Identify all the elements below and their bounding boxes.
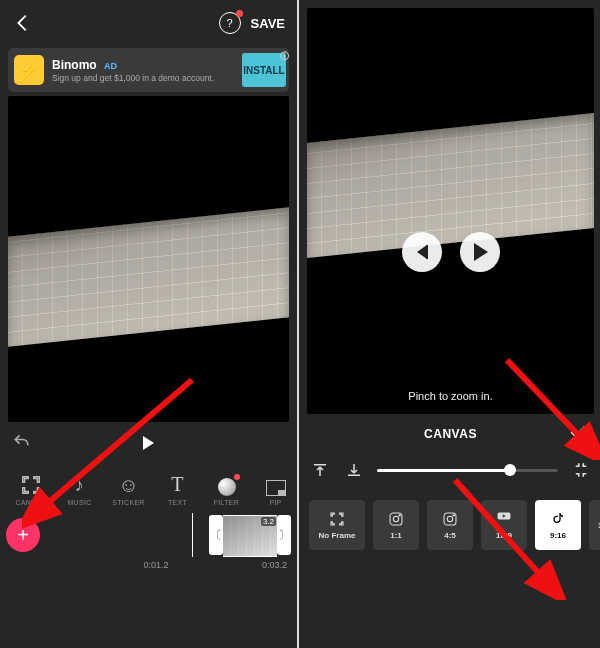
playback-row: [0, 428, 297, 458]
tool-music[interactable]: ♪ MUSIC: [55, 474, 104, 506]
align-bottom-icon[interactable]: [343, 459, 365, 481]
ratio-label: 4:5: [444, 531, 456, 540]
tool-label: MUSIC: [67, 499, 91, 506]
tool-label: PIP: [269, 499, 281, 506]
timeline-row: + 〔 3.2 〕: [0, 512, 297, 558]
tool-pip[interactable]: PIP: [251, 480, 297, 506]
ad-title: Binomo: [52, 58, 97, 72]
ratio-label: No Frame: [319, 531, 356, 540]
tool-row: CANVAS ♪ MUSIC ☺ STICKER T TEXT FILTER P…: [0, 458, 297, 506]
time-total: 0:03.2: [262, 560, 287, 576]
tool-label: TEXT: [168, 499, 187, 506]
ad-text: Binomo AD Sign up and get $1,000 in a de…: [52, 58, 234, 83]
play-icon: [474, 243, 488, 261]
text-t-icon: T: [171, 473, 184, 496]
youtube-icon: [495, 510, 513, 528]
ratio-noframe[interactable]: No Frame: [309, 500, 365, 550]
notification-dot-icon: [236, 10, 243, 17]
ratio-3-4[interactable]: 3:4: [589, 500, 600, 550]
left-header: ? SAVE: [0, 0, 297, 46]
tool-label: CANVAS: [15, 499, 45, 506]
ad-app-icon: ⚡: [14, 55, 44, 85]
instagram-icon: [441, 510, 459, 528]
time-current: 0:01.2: [143, 560, 168, 576]
previous-icon: [417, 245, 427, 259]
music-note-icon: ♪: [69, 474, 91, 496]
tool-label: FILTER: [214, 499, 239, 506]
video-preview-right[interactable]: Pinch to zoom in.: [307, 8, 594, 414]
canvas-title: CANVAS: [424, 427, 477, 441]
exit-fullscreen-icon[interactable]: [570, 459, 592, 481]
clip-handle-left-icon[interactable]: 〔: [209, 515, 223, 555]
save-button[interactable]: SAVE: [251, 16, 285, 31]
smiley-icon: ☺: [118, 474, 140, 496]
time-row: 0:01.2 0:03.2: [0, 558, 297, 576]
ad-tag: AD: [104, 61, 117, 71]
clip-thumbnail[interactable]: 3.2: [223, 515, 277, 557]
ratio-9-16-selected[interactable]: 9:16: [535, 500, 581, 550]
svg-point-7: [447, 516, 452, 521]
clip-handle-right-icon[interactable]: 〕: [277, 515, 291, 555]
ratio-label: 9:16: [550, 531, 566, 540]
tool-text[interactable]: T TEXT: [153, 473, 202, 506]
back-arrow-icon[interactable]: [12, 12, 34, 34]
ad-subtitle: Sign up and get $1,000 in a demo account…: [52, 73, 234, 83]
pinch-hint: Pinch to zoom in.: [408, 390, 492, 402]
tiktok-icon: [549, 510, 567, 528]
zoom-slider[interactable]: [377, 460, 558, 480]
ratio-16-9[interactable]: 16:9: [481, 500, 527, 550]
video-preview-left[interactable]: [8, 96, 289, 422]
svg-point-8: [453, 515, 454, 516]
confirm-check-icon[interactable]: [568, 422, 588, 442]
canvas-pane-right: Pinch to zoom in. CANVAS: [299, 0, 600, 648]
tool-sticker[interactable]: ☺ STICKER: [104, 474, 153, 506]
instagram-icon: [387, 510, 405, 528]
aspect-ratio-row: No Frame 1:1 4:5 16:9: [299, 496, 600, 554]
play-button[interactable]: [460, 232, 500, 272]
tool-label: STICKER: [112, 499, 144, 506]
video-frame-placeholder: [8, 207, 289, 347]
noframe-icon: [328, 510, 346, 528]
tool-canvas[interactable]: CANVAS: [6, 474, 55, 506]
tool-filter[interactable]: FILTER: [202, 478, 251, 506]
ratio-1-1[interactable]: 1:1: [373, 500, 419, 550]
add-clip-button[interactable]: +: [6, 518, 40, 552]
help-icon[interactable]: ?: [219, 12, 241, 34]
playhead[interactable]: [192, 513, 193, 557]
undo-icon[interactable]: [12, 432, 34, 454]
previous-button[interactable]: [402, 232, 442, 272]
pip-icon: [266, 480, 286, 496]
ad-banner[interactable]: ⚡ Binomo AD Sign up and get $1,000 in a …: [8, 48, 289, 92]
canvas-header: CANVAS: [299, 414, 600, 454]
ratio-label: 1:1: [390, 531, 402, 540]
zoom-slider-row: [299, 454, 600, 486]
ad-install-button[interactable]: INSTALL: [242, 53, 286, 87]
svg-point-5: [399, 515, 400, 516]
editor-pane-left: ? SAVE ⚡ Binomo AD Sign up and get $1,00…: [0, 0, 299, 648]
svg-point-4: [393, 516, 398, 521]
ratio-label: 16:9: [496, 531, 512, 540]
ratio-4-5[interactable]: 4:5: [427, 500, 473, 550]
play-icon[interactable]: [143, 436, 154, 450]
align-top-icon[interactable]: [309, 459, 331, 481]
filter-orb-icon: [218, 478, 236, 496]
clip-duration-badge: 3.2: [261, 517, 276, 526]
